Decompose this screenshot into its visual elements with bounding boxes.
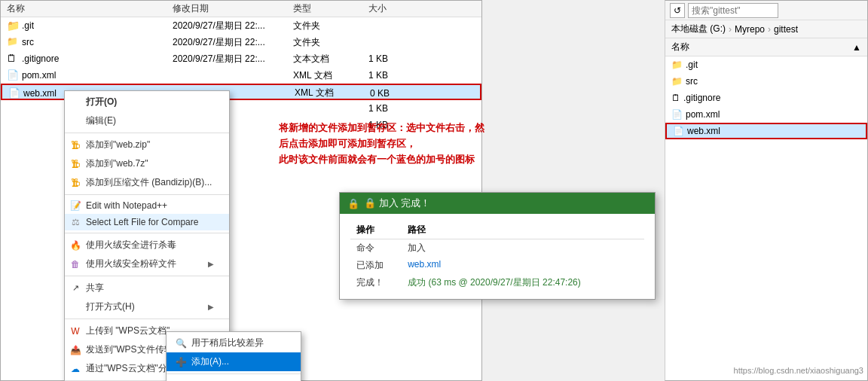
xml-icon: 📄 [7,69,19,81]
file-name-label: .git [686,59,698,70]
col-path: 路径 [402,221,644,239]
bandizip-icon: 🗜 [69,177,81,189]
menu-item-share[interactable]: ↗ 共享 [65,279,229,297]
wps-icon: W [69,325,81,337]
right-file-item[interactable]: 📁 src [665,73,867,90]
folder-icon: 📁 [7,20,19,32]
right-file-list-header: 名称 ▲ [665,38,867,56]
menu-item-huorong-scan[interactable]: 🔥 使用火绒安全进行杀毒 [65,236,229,255]
file-name-label: .git [22,20,34,31]
folder-icon: 📁 [7,36,19,48]
col-modified[interactable]: 修改日期 [173,2,293,15]
file-name-label: .gitignore [683,93,720,103]
file-modified: 2020/9/27/星期日 22:... [173,36,293,49]
file-list-header: 名称 修改日期 类型 大小 [1,1,481,17]
zip-icon: 🗜 [69,139,81,151]
menu-item-select-left[interactable]: ⚖ Select Left File for Compare [65,214,229,230]
file-icon: 🗒 [7,53,19,65]
file-icon: 🗒 [671,93,680,103]
row-label: 已添加 [350,257,402,274]
col-type[interactable]: 类型 [293,2,368,15]
right-file-item-webxml[interactable]: 📄 web.xml [665,123,867,139]
share-icon: ↗ [69,282,81,294]
file-modified: 2020/9/27/星期日 22:... [173,53,293,66]
menu-item-add-bandizip[interactable]: 🗜 添加到压缩文件 (Bandizip)(B)... [65,173,229,192]
menu-separator [65,194,229,195]
menu-item-open-with[interactable]: 打开方式(H) ▶ [65,297,229,316]
add-icon: ➕ [176,357,187,367]
success-dialog-header: 🔒 🔒 加入 完成！ [340,193,655,214]
row-value: 加入 [402,239,644,258]
annotation-area: 将新增的文件添加到暂存区：选中文件右击，然后点击添加即可添加到暂存区， 此时该文… [279,120,490,167]
wps-share-icon: ☁ [69,363,81,375]
xml-icon: 📄 [671,109,683,120]
row-label: 完成！ [350,274,402,291]
menu-separator [65,319,229,319]
xml-icon: 📄 [673,126,684,136]
file-name-label: web.xml [23,88,57,99]
file-modified: 2020/9/27/星期日 22:... [173,20,293,32]
7z-icon: 🗜 [69,158,81,170]
menu-item-add-zip[interactable]: 🗜 添加到"web.zip" [65,136,229,154]
file-item[interactable]: 📁 .git 2020/9/27/星期日 22:... 文件夹 [1,17,481,34]
folder-icon: 📁 [671,59,683,70]
refresh-button[interactable]: ↺ [670,3,685,18]
success-dialog-title: 🔒 加入 完成！ [364,197,430,210]
breadcrumb-sep: › [729,24,732,35]
search-input[interactable] [688,3,778,18]
right-col-name[interactable]: 名称 [671,41,689,53]
file-name-label: pom.xml [22,70,56,81]
col-size[interactable]: 大小 [368,2,429,15]
col-operation: 操作 [350,221,402,239]
file-name-label: src [686,76,698,87]
menu-item-open[interactable]: 打开(O) [65,93,229,111]
right-file-item[interactable]: 📁 .git [665,56,867,73]
breadcrumb-local[interactable]: 本地磁盘 (G:) [671,23,726,35]
row-label: 命令 [350,239,402,258]
submenu-compare-diff[interactable]: 🔍 用于稍后比较差异 [167,334,301,352]
right-explorer: ↺ 本地磁盘 (G:) › Myrepo › gittest 名称 ▲ 📁 .g… [665,0,868,381]
huorong-icon: 🔥 [69,239,81,251]
menu-separator [65,276,229,276]
file-type: 文本文档 [293,53,368,66]
submenu-favorites[interactable]: ★ 添加到收藏列表(I)... [167,376,301,381]
success-dialog: 🔒 🔒 加入 完成！ 操作 路径 命令 加入 已添加 web.xml [339,192,656,300]
huorong-shred-icon: 🗑 [69,258,81,270]
file-item[interactable]: 🗒 .gitignore 2020/9/27/星期日 22:... 文本文档 1… [1,50,481,67]
notepad-icon: 📝 [69,200,81,212]
submenu-separator [167,373,301,374]
menu-item-edit[interactable]: 编辑(E) [65,111,229,130]
file-name-label: pom.xml [686,109,720,120]
menu-item-add-7z[interactable]: 🗜 添加到"web.7z" [65,154,229,173]
submenu-add[interactable]: ➕ 添加(A)... [167,352,301,371]
table-row: 已添加 web.xml [350,257,644,274]
file-type: XML 文档 [293,69,368,82]
compare-icon: ⚖ [69,216,81,228]
menu-item-huorong-shred[interactable]: 🗑 使用火绒安全粉碎文件 ▶ [65,255,229,273]
compare-diff-icon: 🔍 [176,338,187,349]
file-type: 文件夹 [293,20,368,32]
sort-icon: ▲ [852,42,861,53]
annotation-text2: 此时该文件前面就会有一个蓝色的加号的图标 [279,154,475,165]
file-item[interactable]: 📁 src 2020/9/27/星期日 22:... 文件夹 [1,34,481,50]
breadcrumb-myrepo[interactable]: Myrepo [735,24,765,35]
menu-item-notepad[interactable]: 📝 Edit with Notepad++ [65,197,229,214]
breadcrumb: 本地磁盘 (G:) › Myrepo › gittest [665,20,867,38]
sub-context-menu: 🔍 用于稍后比较差异 ➕ 添加(A)... ★ 添加到收藏列表(I)... [166,331,301,381]
breadcrumb-sep: › [768,24,771,35]
breadcrumb-gittest[interactable]: gittest [774,24,798,35]
file-item[interactable]: 📄 pom.xml XML 文档 1 KB [1,67,481,84]
col-name[interactable]: 名称 [7,2,173,15]
right-file-item[interactable]: 🗒 .gitignore [665,90,867,106]
arrow-icon: ▶ [208,303,214,311]
file-name-label: web.xml [687,126,720,136]
right-file-item[interactable]: 📄 pom.xml [665,106,867,123]
dialog-table: 操作 路径 命令 加入 已添加 web.xml 完成！ 成功 (63 ms @ … [350,221,644,291]
menu-separator [65,133,229,133]
xml-icon: 📄 [8,87,20,99]
menu-separator [65,233,229,233]
wps-send-icon: 📤 [69,344,81,356]
open-icon [69,96,81,108]
file-size: 1 KB [368,103,429,114]
watermark: https://blog.csdn.net/xiaoshiguang3 [734,366,863,375]
